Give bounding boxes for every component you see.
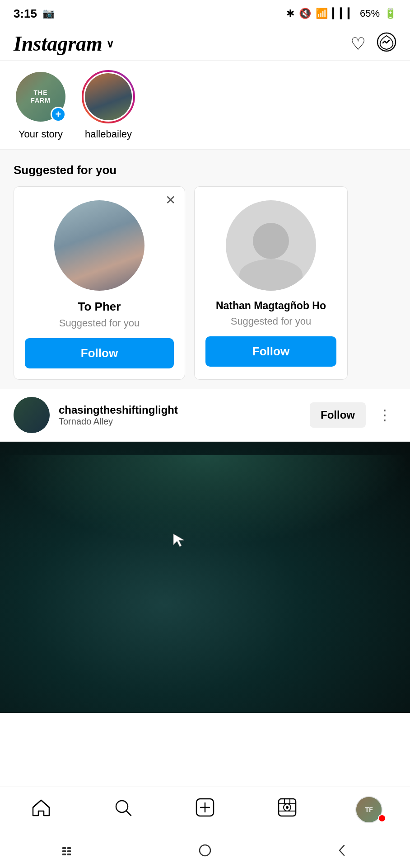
- svg-point-16: [200, 845, 210, 856]
- add-story-button[interactable]: +: [51, 107, 66, 122]
- topher-subtitle: Suggested for you: [59, 317, 140, 329]
- signal-icon: ▎▎▎: [332, 8, 355, 19]
- bluetooth-icon: ✱: [286, 8, 294, 19]
- hallebailey-avatar-wrap: [81, 70, 135, 124]
- topher-avatar: [54, 200, 144, 291]
- nav-reels[interactable]: [269, 796, 305, 823]
- battery-icon: 🔋: [384, 8, 396, 19]
- create-icon: [195, 797, 215, 822]
- suggested-card-topher: ✕ To Pher Suggested for you Follow: [14, 186, 185, 380]
- svg-rect-14: [67, 850, 71, 852]
- post-image: [0, 442, 410, 713]
- svg-line-3: [126, 811, 131, 816]
- notifications-icon[interactable]: ♡: [350, 34, 366, 54]
- topher-name: To Pher: [78, 300, 121, 314]
- search-icon: [113, 797, 133, 822]
- profile-notification-dot: [378, 814, 386, 822]
- your-story-label: Your story: [19, 128, 63, 140]
- svg-rect-11: [62, 850, 66, 852]
- status-time: 3:15: [14, 7, 37, 21]
- android-home-button[interactable]: [187, 837, 223, 864]
- nathan-avatar: [226, 200, 316, 291]
- logo-text: Instagram: [14, 32, 102, 56]
- hallebailey-avatar-image: [85, 73, 132, 120]
- suggested-card-nathan: Nathan Magtagñob Ho Suggested for you Fo…: [194, 186, 348, 380]
- svg-rect-12: [62, 854, 66, 855]
- header: Instagram ∨ ♡: [0, 27, 410, 61]
- svg-rect-15: [67, 854, 71, 855]
- mute-icon: 🔇: [299, 8, 311, 19]
- nav-home[interactable]: [23, 796, 59, 823]
- post-user-info: chasingtheshiftinglight Tornado Alley: [59, 404, 310, 427]
- your-story-avatar-wrap: THEFARM +: [14, 70, 68, 124]
- status-bar: 3:15 📷 ✱ 🔇 📶 ▎▎▎ 65% 🔋: [0, 0, 410, 27]
- nav-profile[interactable]: TF: [351, 796, 387, 823]
- follow-nathan-button[interactable]: Follow: [205, 336, 336, 367]
- post-header: chasingtheshiftinglight Tornado Alley Fo…: [0, 389, 410, 442]
- svg-point-9: [286, 806, 289, 809]
- post-username[interactable]: chasingtheshiftinglight: [59, 404, 310, 416]
- hallebailey-story-label: hallebailey: [85, 128, 132, 140]
- cursor-icon: [172, 532, 186, 547]
- android-nav: [0, 832, 410, 868]
- nav-search[interactable]: [105, 796, 141, 823]
- wifi-icon: 📶: [316, 8, 328, 19]
- close-card-topher-icon[interactable]: ✕: [165, 194, 176, 207]
- android-back-button[interactable]: [324, 837, 360, 864]
- post-user-avatar[interactable]: [14, 397, 50, 433]
- camera-icon: 📷: [42, 8, 55, 19]
- header-icons: ♡: [350, 32, 396, 56]
- svg-point-2: [116, 801, 128, 812]
- suggested-section: Suggested for you ✕ To Pher Suggested fo…: [0, 150, 410, 389]
- suggested-cards-container: ✕ To Pher Suggested for you Follow Natha…: [0, 186, 410, 380]
- suggested-title: Suggested for you: [0, 159, 410, 186]
- nav-create[interactable]: [187, 796, 223, 823]
- hallebailey-story[interactable]: hallebailey: [81, 70, 135, 140]
- nathan-subtitle: Suggested for you: [231, 316, 312, 327]
- messenger-icon[interactable]: [377, 32, 396, 56]
- logo-chevron-icon[interactable]: ∨: [106, 38, 114, 50]
- topher-avatar-image: [54, 200, 144, 291]
- follow-topher-button[interactable]: Follow: [25, 338, 174, 368]
- home-icon: [31, 797, 51, 822]
- hallebailey-avatar: [85, 73, 132, 120]
- post-more-icon[interactable]: ⋮: [373, 406, 396, 424]
- status-icons: ✱ 🔇 📶 ▎▎▎ 65% 🔋: [286, 8, 396, 19]
- battery-text: 65%: [360, 8, 380, 19]
- svg-rect-10: [62, 847, 66, 849]
- android-recents-button[interactable]: [50, 837, 86, 864]
- your-story[interactable]: THEFARM + Your story: [14, 70, 68, 140]
- instagram-logo[interactable]: Instagram ∨: [14, 32, 114, 56]
- stories-section: THEFARM + Your story: [0, 61, 410, 150]
- follow-post-user-button[interactable]: Follow: [310, 402, 366, 428]
- reels-icon: [277, 797, 297, 822]
- post-subtitle: Tornado Alley: [59, 416, 310, 427]
- bottom-nav: TF: [0, 787, 410, 832]
- svg-rect-13: [67, 847, 71, 849]
- nathan-name: Nathan Magtagñob Ho: [216, 300, 326, 312]
